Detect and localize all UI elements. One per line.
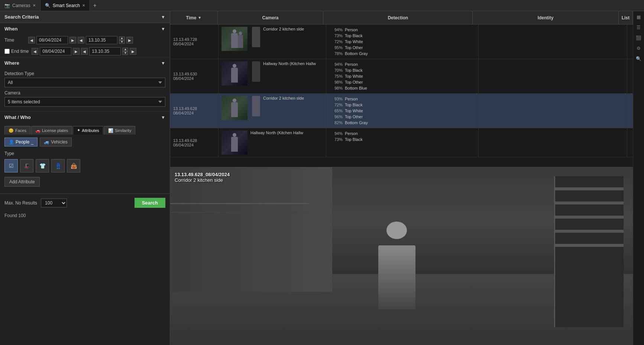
det-pct-1-1: 94% — [329, 28, 343, 32]
shelf-4 — [555, 230, 624, 233]
th-camera[interactable]: Camera — [218, 11, 324, 24]
det-label-1-3: Top White — [345, 39, 363, 44]
endtime-prev2-btn[interactable]: ◀ — [81, 48, 88, 55]
person-preview-body — [378, 245, 415, 309]
th-list[interactable]: List — [619, 11, 633, 24]
end-time-checkbox[interactable] — [4, 49, 10, 54]
what-section: What / Who ▼ 😊 Faces 🚗 License plates ✦ … — [0, 112, 170, 194]
tab-smart-search[interactable]: 🔍 Smart Search ✕ — [41, 0, 90, 11]
th-identity[interactable]: Identity — [473, 11, 618, 24]
row2-camera: Hallway North (Kitchen Hallw — [263, 61, 316, 66]
grid-view-icon[interactable]: ▦ — [634, 13, 643, 22]
tab-similarity[interactable]: 📊 Similarity — [104, 126, 136, 135]
tab-similarity-label: Similarity — [115, 128, 132, 133]
table-row[interactable]: 13.13.49.628 08/04/2024 — [170, 94, 633, 128]
bag-icon: 👜 — [71, 163, 77, 169]
end-time-checkbox-label[interactable]: End time — [4, 49, 29, 54]
what-title: What / Who — [4, 115, 31, 120]
camera-label: Camera — [0, 88, 170, 96]
camera-icon: 📷 — [4, 3, 10, 8]
endtime-next2-btn[interactable]: ▶ — [130, 48, 136, 55]
tab-cameras[interactable]: 📷 Cameras ✕ — [0, 0, 41, 11]
time-next-btn[interactable]: ▶ — [69, 37, 76, 43]
max-results-select[interactable]: 10 25 50 100 200 — [41, 199, 67, 207]
table-row[interactable]: 13.13.49.728 08/04/2024 — [170, 25, 633, 59]
thumb-bg-1 — [221, 27, 247, 51]
det-pct-3-2: 72% — [329, 103, 343, 107]
list-view-icon[interactable]: ☰ — [634, 23, 643, 32]
det-pct-3-5: 82% — [329, 120, 343, 125]
det-label-3-1: Person — [345, 97, 358, 101]
film-icon[interactable]: ⬛ — [634, 33, 643, 42]
det-pct-3-3: 65% — [329, 109, 343, 113]
det-line-4-1: 94% Person — [329, 130, 358, 136]
type-shirt-button[interactable]: 👕 — [36, 159, 49, 172]
time-spin-down[interactable]: ▼ — [119, 40, 125, 44]
time-date-field[interactable] — [36, 36, 68, 44]
detection-type-select[interactable]: All Person Vehicle Face — [4, 78, 165, 87]
people-button[interactable]: 👤 People _ — [4, 138, 38, 146]
det-label-4-1: Person — [345, 131, 358, 136]
det-label-2-4: Top Other — [345, 80, 363, 84]
camera-thumb-4 — [221, 130, 247, 155]
search-button[interactable]: Search — [135, 198, 165, 208]
time-spin-up[interactable]: ▲ — [119, 36, 125, 40]
time-value-field[interactable] — [86, 36, 117, 44]
when-header[interactable]: When ▼ — [0, 23, 170, 35]
det-line-1-5: 78% Bottom Gray — [329, 51, 368, 57]
when-title: When — [4, 26, 17, 32]
settings-icon[interactable]: ⚙ — [634, 44, 643, 53]
row3-time: 13.13.49.628 — [173, 106, 197, 111]
add-tab-button[interactable]: + — [90, 1, 100, 10]
endtime-spin-up[interactable]: ▲ — [122, 48, 128, 51]
vehicles-label: Vehicles — [51, 139, 68, 145]
table-row[interactable]: 13.13.49.630 08/04/2024 — [170, 59, 633, 94]
thumb-bg-3 — [221, 96, 247, 120]
search-sidebar-icon[interactable]: 🔍 — [634, 54, 643, 63]
vehicles-button[interactable]: 🚙 Vehicles — [40, 138, 72, 146]
what-header[interactable]: What / Who ▼ — [0, 112, 170, 123]
left-panel: Search Criteria ▼ When ▼ Time ◀ ▶ ◀ ▲ ▼ — [0, 11, 170, 345]
endtime-spin-down[interactable]: ▼ — [122, 51, 128, 55]
camera-select[interactable]: 5 items selected — [4, 97, 165, 107]
where-dropdown-icon: ▼ — [161, 61, 165, 66]
table-row[interactable]: 13.13.49.628 08/04/2024 Hallwa — [170, 128, 633, 157]
det-line-3-3: 65% Top White — [329, 108, 363, 114]
camera-info-4: Hallway North (Kitchen Hallw — [250, 130, 303, 136]
endtime-prev-btn[interactable]: ◀ — [32, 48, 38, 55]
th-time[interactable]: Time ▼ — [170, 11, 218, 24]
tab-faces[interactable]: 😊 Faces — [4, 126, 30, 135]
end-time-value-field[interactable] — [89, 47, 121, 55]
person-preview-head — [386, 222, 407, 239]
end-time-date-field[interactable] — [40, 47, 71, 55]
tab-attributes[interactable]: ✦ Attributes — [73, 126, 103, 135]
add-attribute-button[interactable]: Add Attribute — [4, 177, 40, 187]
criteria-dropdown-icon[interactable]: ▼ — [161, 14, 165, 20]
det-pct-1-4: 95% — [329, 45, 343, 50]
td-identity-3 — [479, 94, 627, 128]
where-header[interactable]: Where ▼ — [0, 57, 170, 69]
when-section: When ▼ Time ◀ ▶ ◀ ▲ ▼ ▶ — [0, 23, 170, 57]
endtime-next-btn[interactable]: ▶ — [73, 48, 80, 55]
time-next2-btn[interactable]: ▶ — [126, 37, 133, 43]
shelf-2 — [555, 201, 624, 204]
time-prev2-btn[interactable]: ◀ — [78, 37, 84, 43]
det-line-2-5: 98% Bottom Blue — [329, 85, 367, 91]
td-time-3: 13.13.49.628 08/04/2024 — [170, 94, 219, 128]
th-detection[interactable]: Detection — [323, 11, 473, 24]
type-all-button[interactable]: ☑ — [4, 159, 18, 172]
person-crop-2 — [252, 61, 260, 82]
preview-location: Corridor 2 kitchen side — [175, 177, 230, 183]
tab-smart-search-close[interactable]: ✕ — [82, 3, 85, 7]
type-pants-button[interactable]: 👖 — [51, 159, 65, 172]
tab-license-plates[interactable]: 🚗 License plates — [31, 126, 72, 135]
type-hat-button[interactable]: 🎩 — [20, 159, 33, 172]
time-prev-btn[interactable]: ◀ — [28, 37, 35, 43]
type-bag-button[interactable]: 👜 — [67, 159, 80, 172]
shelving-right — [554, 176, 624, 327]
tab-cameras-close[interactable]: ✕ — [33, 3, 36, 7]
where-title: Where — [4, 60, 19, 66]
td-list-1 — [627, 25, 633, 59]
end-time-row: End time ◀ ▶ ◀ ▲ ▼ ▶ — [0, 46, 170, 57]
det-label-3-5: Bottom Gray — [345, 120, 368, 125]
